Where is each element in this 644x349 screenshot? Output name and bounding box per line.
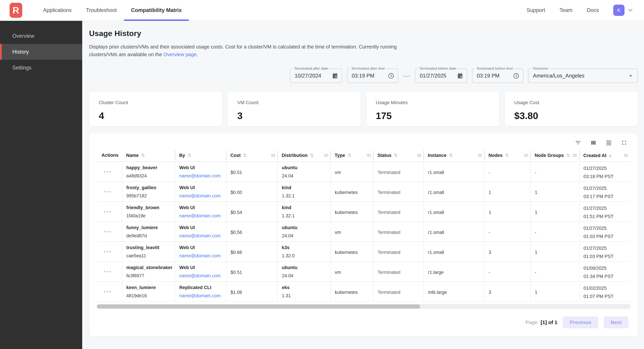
timezone-select[interactable]: Timezone America/Los_Angeles (528, 69, 638, 83)
sort-updown-icon[interactable]: ⇅ (394, 153, 398, 158)
created-by-email-link[interactable]: name@domain.com (179, 192, 221, 199)
cell-actions: ••• (96, 162, 122, 182)
filter-icon[interactable] (575, 139, 581, 146)
table-row: •••frosty_galileo995b7182Web UIname@doma… (96, 182, 630, 202)
tab-troubleshoot[interactable]: Troubleshoot (79, 0, 124, 20)
cell-type: vm (330, 262, 373, 282)
column-header-cost[interactable]: Cost⇅ (226, 149, 278, 162)
column-header-type[interactable]: Type⇅ (330, 149, 373, 162)
overview-page-link[interactable]: Overview page (164, 52, 196, 57)
row-actions-menu-icon[interactable]: ••• (100, 229, 112, 235)
column-resize-handle-icon[interactable] (478, 154, 482, 157)
table-toolbar (96, 138, 630, 149)
date-range-dash: — (403, 72, 410, 79)
sort-updown-icon[interactable]: ⇅ (310, 153, 314, 158)
sort-updown-icon[interactable]: ⇅ (141, 153, 145, 158)
instance-type: r1.small (428, 229, 482, 236)
created-by-email-link[interactable]: name@domain.com (179, 212, 221, 219)
tab-compatibility-matrix[interactable]: Compatibility Matrix (124, 0, 189, 20)
previous-page-button[interactable]: Previous (563, 316, 598, 328)
status-badge: Terminated (378, 269, 422, 276)
clock-icon[interactable] (513, 72, 520, 79)
cell-cost: $0.56 (226, 222, 278, 242)
distribution-version: 24.04 (282, 272, 329, 279)
column-header-name[interactable]: Name⇅ (122, 149, 175, 162)
row-actions-menu-icon[interactable]: ••• (100, 249, 112, 255)
terminated-after-time-field[interactable]: Terminated after time 03:19 PM (347, 69, 398, 83)
row-actions-menu-icon[interactable]: ••• (100, 169, 112, 175)
tab-applications[interactable]: Applications (36, 0, 79, 20)
sort-updown-icon[interactable]: ⇅ (188, 153, 192, 158)
row-actions-menu-icon[interactable]: ••• (100, 189, 112, 195)
cell-by: Web UIname@domain.com (175, 222, 226, 242)
column-resize-handle-icon[interactable] (417, 154, 421, 157)
sort-updown-icon[interactable]: ⇅ (243, 153, 247, 158)
sort-desc-icon[interactable]: ↓ (609, 152, 612, 158)
cell-name: trusting_leavittcae5ea11 (122, 242, 175, 262)
support-link[interactable]: Support (526, 7, 545, 13)
distribution-name: ubuntu (282, 224, 329, 231)
column-header-node-groups[interactable]: Node Groups⇅ (530, 149, 579, 162)
status-badge: Terminated (378, 189, 422, 196)
created-by-email-link[interactable]: name@domain.com (179, 292, 221, 299)
column-resize-handle-icon[interactable] (271, 154, 275, 157)
row-actions-menu-icon[interactable]: ••• (100, 209, 112, 215)
columns-icon[interactable] (590, 139, 597, 146)
density-icon[interactable] (606, 139, 612, 146)
table-row: •••magical_stonebrakerfe3f8977Web UIname… (96, 262, 630, 282)
sidebar-item-settings[interactable]: Settings (0, 60, 82, 76)
fullscreen-icon[interactable] (621, 139, 628, 146)
created-by-email-link[interactable]: name@domain.com (179, 252, 221, 259)
calendar-icon[interactable] (457, 72, 464, 79)
distribution-name: eks (282, 284, 329, 291)
row-actions-menu-icon[interactable]: ••• (100, 289, 112, 295)
usage-cost-card: Usage Cost $3.80 (504, 91, 638, 126)
sort-updown-icon[interactable]: ⇅ (348, 153, 352, 158)
type-value: vm (335, 229, 372, 236)
sort-updown-icon[interactable]: ⇅ (505, 153, 509, 158)
calendar-icon[interactable] (332, 72, 338, 79)
created-by-email-link[interactable]: name@domain.com (179, 232, 221, 239)
cluster-name: friendly_brown (126, 204, 173, 211)
cell-cost: $1.06 (226, 282, 278, 302)
terminated-before-date-field[interactable]: Terminated before date 01/27/2025 (415, 69, 467, 83)
cluster-id: fe3f8977 (126, 272, 173, 279)
created-by-source: Web UI (179, 164, 224, 171)
clock-icon[interactable] (388, 72, 394, 79)
dropdown-arrow-icon[interactable] (627, 72, 634, 79)
cluster-id: de9ed87d (126, 232, 173, 239)
column-resize-handle-icon[interactable] (524, 154, 528, 157)
column-resize-handle-icon[interactable] (624, 154, 628, 157)
sidebar-item-overview[interactable]: Overview (0, 28, 82, 44)
column-header-nodes[interactable]: Nodes⇅ (484, 149, 530, 162)
avatar[interactable]: K (613, 4, 624, 16)
cell-type: vm (330, 162, 373, 182)
sidebar-item-history[interactable]: History (0, 44, 82, 60)
chevron-down-icon[interactable] (627, 7, 634, 14)
replicated-logo[interactable]: R (10, 3, 22, 18)
created-by-email-link[interactable]: name@domain.com (179, 272, 221, 279)
created-by-email-link[interactable]: name@domain.com (179, 172, 221, 179)
scrollbar-thumb[interactable] (97, 305, 420, 309)
created-date: 01/27/2025 (584, 245, 629, 252)
column-resize-handle-icon[interactable] (324, 154, 328, 157)
account-menu[interactable]: K (613, 4, 634, 16)
status-badge: Terminated (378, 229, 422, 236)
column-header-distribution[interactable]: Distribution⇅ (278, 149, 330, 162)
column-header-status[interactable]: Status⇅ (373, 149, 424, 162)
column-header-created-at[interactable]: Created At↓ (579, 149, 630, 162)
terminated-before-time-field[interactable]: Terminated before time 03:19 PM (472, 69, 523, 83)
next-page-button[interactable]: Next (604, 316, 628, 328)
terminated-after-date-field[interactable]: Terminated after date 10/27/2024 (290, 69, 342, 83)
cell-nodes: - (484, 162, 530, 182)
horizontal-scrollbar[interactable] (96, 304, 630, 309)
column-header-instance[interactable]: Instance⇅ (424, 149, 484, 162)
column-header-by[interactable]: By⇅ (175, 149, 226, 162)
row-actions-menu-icon[interactable]: ••• (100, 269, 112, 275)
column-resize-handle-icon[interactable] (367, 154, 371, 157)
docs-link[interactable]: Docs (587, 7, 599, 13)
column-resize-handle-icon[interactable] (573, 154, 577, 157)
team-link[interactable]: Team (560, 7, 572, 13)
sort-updown-icon[interactable]: ⇅ (566, 153, 570, 158)
sort-updown-icon[interactable]: ⇅ (449, 153, 453, 158)
